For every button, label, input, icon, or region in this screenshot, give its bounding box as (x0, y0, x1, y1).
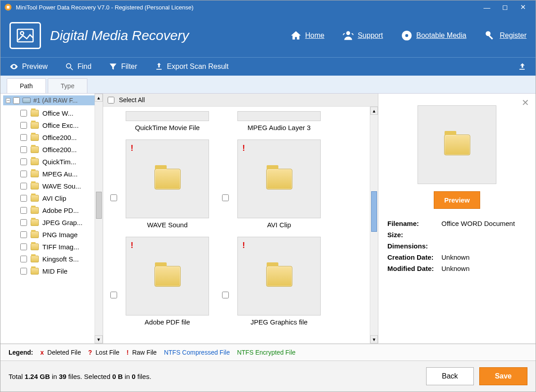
tree-collapse-icon[interactable]: − (6, 98, 10, 103)
folder-icon (31, 243, 39, 250)
file-thumb-cell[interactable]: QuickTime Movie File (110, 111, 214, 131)
thumb-label: WAVE Sound (147, 221, 187, 229)
meta-size-value (441, 231, 527, 239)
nav-home[interactable]: Home (290, 30, 325, 41)
grid-scroll-up[interactable]: ▲ (370, 107, 378, 115)
file-thumb-cell[interactable]: !AVI Clip (222, 140, 326, 229)
tree-item-checkbox[interactable] (20, 171, 27, 177)
file-thumb-cell[interactable]: !WAVE Sound (110, 140, 214, 229)
tree-item[interactable]: Office Exc... (18, 119, 103, 131)
folder-icon (31, 158, 39, 165)
tree-item[interactable]: Kingsoft S... (18, 253, 103, 265)
thumb-checkbox[interactable] (110, 194, 117, 201)
grid-scrollbar[interactable]: ▲ ▼ (370, 107, 378, 343)
thumb-image: ! (126, 237, 209, 315)
preview-panel: ✕ Preview Filename:Office WORD Document … (378, 94, 536, 343)
tree-root-checkbox[interactable] (13, 97, 20, 104)
thumb-label: MPEG Audio Layer 3 (247, 124, 310, 131)
tab-path[interactable]: Path (7, 78, 46, 93)
nav-bootable-media[interactable]: Bootable Media (401, 30, 466, 41)
toolbar-filter[interactable]: Filter (109, 62, 137, 71)
tree-scroll-down[interactable]: ▼ (95, 335, 103, 343)
tree-item[interactable]: TIFF Imag... (18, 241, 103, 253)
nav-register[interactable]: Register (484, 30, 527, 41)
legend-label: Legend: (9, 349, 33, 356)
svg-line-9 (70, 68, 73, 70)
minimize-button[interactable]: — (478, 4, 496, 11)
thumb-label: JPEG Graphics file (250, 318, 308, 326)
folder-icon (31, 268, 39, 275)
tree-item-checkbox[interactable] (20, 256, 27, 262)
toolbar-export[interactable]: Export Scan Result (154, 62, 229, 71)
legend-raw: Raw File (132, 349, 156, 356)
thumb-checkbox[interactable] (222, 194, 229, 201)
tree-item-checkbox[interactable] (20, 146, 27, 153)
tree-item-checkbox[interactable] (20, 195, 27, 202)
tree-item[interactable]: PNG Image (18, 229, 103, 241)
select-all-label: Select All (119, 96, 145, 104)
lost-file-icon: ? (88, 349, 92, 356)
filter-icon (109, 62, 118, 71)
folder-icon (266, 266, 292, 287)
tree-item[interactable]: WAVE Sou... (18, 180, 103, 192)
back-button[interactable]: Back (426, 367, 474, 385)
thumb-image (126, 111, 209, 121)
folder-icon (31, 231, 39, 238)
select-all-checkbox[interactable] (108, 97, 114, 104)
file-thumb-cell[interactable]: !JPEG Graphics file (222, 237, 326, 326)
tree-scroll-up[interactable]: ▲ (95, 94, 103, 102)
tree-item[interactable]: JPEG Grap... (18, 216, 103, 229)
share-icon (518, 62, 527, 71)
file-thumb-cell[interactable]: !Adobe PDF file (110, 237, 214, 326)
tree-item-checkbox[interactable] (20, 110, 27, 117)
toolbar-share[interactable] (518, 62, 527, 71)
legend-lost: Lost File (95, 349, 119, 356)
tree-item[interactable]: MPEG Au... (18, 168, 103, 180)
main-area: − #1 (All RAW F... Office W...Office Exc… (0, 94, 536, 344)
maximize-button[interactable]: ◻ (496, 3, 514, 11)
toolbar-find[interactable]: Find (65, 62, 91, 71)
tree-item-checkbox[interactable] (20, 134, 27, 141)
tree-item[interactable]: QuickTim... (18, 156, 103, 168)
toolbar-preview[interactable]: Preview (9, 62, 48, 71)
app-icon (4, 3, 12, 11)
tree-item-label: TIFF Imag... (42, 243, 79, 251)
folder-icon (154, 169, 181, 189)
close-button[interactable]: ✕ (514, 3, 532, 11)
preview-close-icon[interactable]: ✕ (522, 97, 529, 108)
select-all-bar: Select All (103, 94, 378, 107)
preview-button[interactable]: Preview (434, 191, 480, 209)
meta-dimensions-label: Dimensions: (387, 242, 441, 250)
folder-icon (31, 146, 39, 153)
thumb-image: ! (126, 140, 209, 218)
thumb-checkbox[interactable] (110, 292, 117, 298)
file-thumb-cell[interactable]: MPEG Audio Layer 3 (222, 111, 326, 131)
tree-item[interactable]: AVI Clip (18, 192, 103, 204)
home-icon (290, 30, 302, 41)
tab-type[interactable]: Type (48, 78, 87, 93)
tree-item[interactable]: Adobe PD... (18, 204, 103, 216)
tree-item-checkbox[interactable] (20, 158, 27, 165)
tree-item-checkbox[interactable] (20, 268, 27, 275)
save-button[interactable]: Save (479, 367, 527, 385)
tree-item-checkbox[interactable] (20, 207, 27, 214)
tree-item-label: PNG Image (42, 231, 77, 239)
nav-support[interactable]: Support (342, 30, 383, 41)
svg-point-2 (21, 32, 24, 35)
tree-item-label: MID File (42, 267, 68, 275)
tree-item[interactable]: MID File (18, 265, 103, 277)
status-text: Total 1.24 GB in 39 files. Selected 0 B … (9, 373, 151, 380)
tree-root-row[interactable]: − #1 (All RAW F... (3, 95, 103, 105)
tree-scrollbar[interactable] (95, 102, 103, 335)
tree-item[interactable]: Office200... (18, 131, 103, 144)
tree-item-checkbox[interactable] (20, 183, 27, 189)
grid-scroll-down[interactable]: ▼ (370, 335, 378, 343)
tree-item-checkbox[interactable] (20, 219, 27, 226)
folder-icon (31, 195, 39, 202)
tree-item-checkbox[interactable] (20, 231, 27, 238)
thumb-checkbox[interactable] (222, 292, 229, 298)
tree-item-checkbox[interactable] (20, 122, 27, 129)
tree-item-checkbox[interactable] (20, 243, 27, 250)
tree-item[interactable]: Office W... (18, 107, 103, 119)
tree-item[interactable]: Office200... (18, 144, 103, 156)
